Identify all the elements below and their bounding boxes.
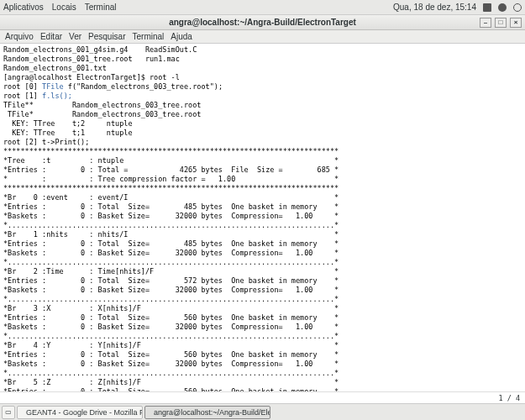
desktop-top-panel: Aplicativos Locais Terminal Qua, 18 de d… [0, 0, 525, 15]
window-title: angra@localhost:~/Angra-Build/ElectronTa… [169, 18, 356, 27]
menu-view[interactable]: Ver [69, 32, 81, 41]
window-minimize-button[interactable]: – [480, 18, 491, 28]
terminal-scroll-indicator: 1 / 4 [0, 391, 525, 403]
menu-file[interactable]: Arquivo [5, 32, 34, 41]
desktop-bottom-panel: ▭ GEANT4 - Google Drive - Mozilla Fir...… [0, 403, 525, 420]
network-icon[interactable] [483, 3, 491, 12]
menu-edit[interactable]: Editar [40, 32, 62, 41]
taskbar-item-label: angra@localhost:~/Angra-Build/Elect... [154, 408, 270, 417]
menu-terminal[interactable]: Terminal [133, 32, 165, 41]
window-titlebar[interactable]: angra@localhost:~/Angra-Build/ElectronTa… [0, 15, 525, 30]
menu-help[interactable]: Ajuda [171, 32, 192, 41]
panel-datetime[interactable]: Qua, 18 de dez, 15:14 [393, 3, 476, 12]
panel-menu-apps[interactable]: Aplicativos [3, 3, 44, 12]
terminal-output[interactable]: Random_electrons_001_g4sim.g4 ReadSimOut… [0, 44, 525, 391]
volume-icon[interactable] [498, 3, 507, 12]
window-maximize-button[interactable]: □ [495, 18, 507, 28]
window-close-button[interactable]: × [510, 18, 522, 28]
show-desktop-button[interactable]: ▭ [2, 406, 15, 419]
taskbar-item-label: GEANT4 - Google Drive - Mozilla Fir... [26, 408, 143, 417]
app-menubar: Arquivo Editar Ver Pesquisar Terminal Aj… [0, 30, 525, 44]
menu-search[interactable]: Pesquisar [88, 32, 125, 41]
panel-menu-terminal[interactable]: Terminal [85, 3, 117, 12]
taskbar-item-firefox[interactable]: GEANT4 - Google Drive - Mozilla Fir... [17, 406, 143, 419]
panel-menu-places[interactable]: Locais [52, 3, 76, 12]
scroll-position: 1 / 4 [498, 394, 520, 402]
power-icon[interactable] [513, 3, 522, 12]
taskbar-item-terminal[interactable]: angra@localhost:~/Angra-Build/Elect... [144, 406, 270, 419]
